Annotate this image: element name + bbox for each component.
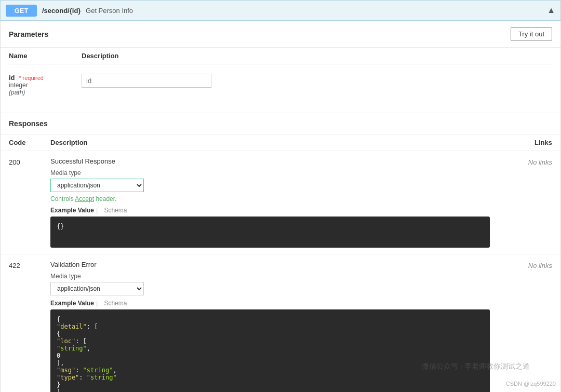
response-row-422: 422 Validation Error Media type applicat… [1,254,560,392]
param-row-id: id * required integer (path) [9,69,552,104]
param-type-label: integer [9,82,82,89]
parameters-section-header: Parameters Try it out [1,21,560,48]
param-name-label: id [9,74,15,82]
response-links-200: No links [490,157,552,166]
get-endpoint-bar[interactable]: GET /second/{id} Get Person Info ▲ [0,0,561,21]
response-desc-text-200: Successful Response [50,157,490,165]
example-tabs-200: Example Value | Schema [50,207,490,214]
parameters-title: Parameters [9,30,48,38]
params-col-name: Name [9,52,82,60]
response-row-200: 200 Successful Response Media type appli… [1,151,560,254]
example-tabs-422: Example Value | Schema [50,300,490,307]
accept-link[interactable]: Accept [75,195,94,202]
responses-section-header: Responses [1,113,560,134]
controls-text-200: Controls Accept header. [50,195,490,202]
http-method-badge: GET [6,5,37,17]
media-type-label-422: Media type [50,273,490,280]
media-type-select-422[interactable]: application/json [50,282,144,295]
responses-section: Responses Code Description Links 200 Suc… [1,113,560,392]
response-desc-text-422: Validation Error [50,261,490,268]
media-type-label-200: Media type [50,169,490,177]
response-desc-422: Validation Error Media type application/… [50,261,490,392]
schema-tab-200[interactable]: Schema [104,207,127,214]
main-content-panel: Parameters Try it out Name Description i… [0,21,561,392]
endpoint-path: /second/{id} Get Person Info [42,7,547,15]
parameters-table: Name Description id * required integer (… [1,48,560,104]
media-type-select-200[interactable]: application/json [50,179,144,192]
try-it-out-button[interactable]: Try it out [511,27,552,41]
response-links-422: No links [490,261,552,269]
schema-tab-422[interactable]: Schema [104,300,127,307]
param-description-cell [82,74,552,88]
responses-title: Responses [9,119,48,128]
response-desc-200: Successful Response Media type applicati… [50,157,490,248]
param-name-cell: id * required integer (path) [9,74,82,96]
resp-col-desc-header: Description [50,139,490,146]
resp-col-code-header: Code [9,139,50,146]
responses-table-header: Code Description Links [1,134,560,151]
example-value-tab-422[interactable]: Example Value [50,300,94,307]
param-required-badge: * required [19,75,44,81]
resp-col-links-header: Links [490,139,552,146]
example-code-200: {} [50,217,490,248]
param-location-label: (path) [9,89,82,96]
response-code-200: 200 [9,157,50,166]
example-code-422: { "detail": [ { "loc": [ "string", 0 ], … [50,309,490,392]
example-value-tab-200[interactable]: Example Value [50,207,94,214]
collapse-icon[interactable]: ▲ [547,6,555,15]
params-table-header: Name Description [9,48,552,64]
param-id-input[interactable] [82,74,211,88]
params-col-description: Description [82,52,119,60]
response-code-422: 422 [9,261,50,269]
